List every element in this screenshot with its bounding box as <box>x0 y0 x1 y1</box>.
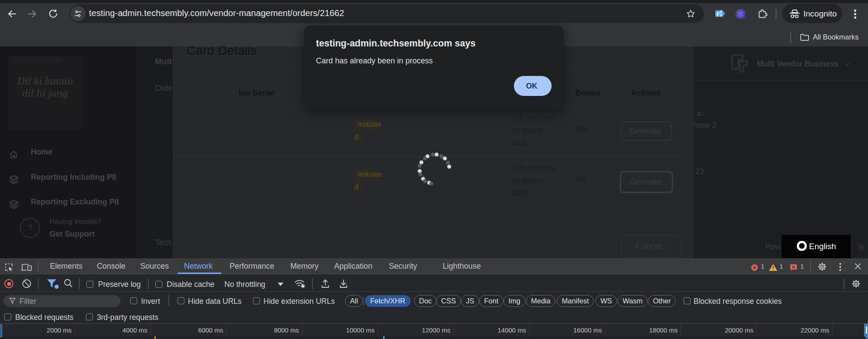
svg-text:F: F <box>717 11 720 17</box>
